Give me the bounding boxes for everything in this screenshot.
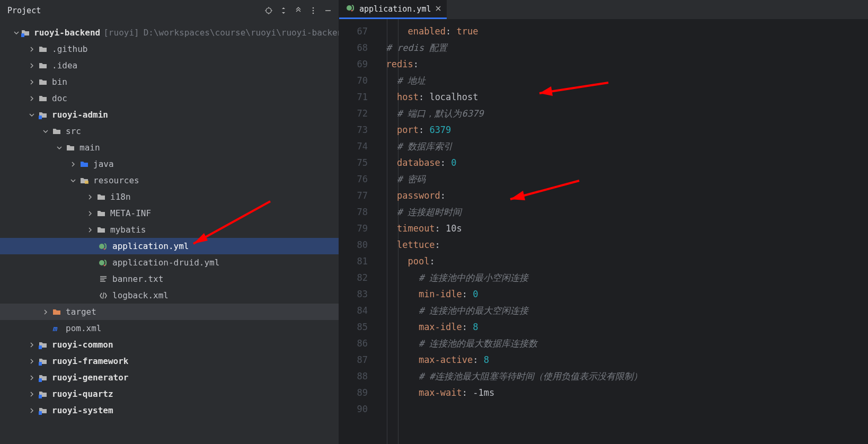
minimize-icon[interactable] [322, 4, 334, 17]
tree-item-i18n[interactable]: i18n [0, 189, 339, 205]
svg-rect-15 [39, 411, 42, 415]
chevron-right-icon[interactable] [28, 341, 36, 349]
chevron-right-icon[interactable] [28, 94, 36, 103]
folder-icon [38, 61, 48, 70]
code-line[interactable] [375, 401, 868, 418]
locate-icon[interactable] [262, 4, 275, 17]
line-number: 75 [339, 155, 368, 171]
module-icon [38, 389, 48, 399]
yaml-file-icon [347, 4, 355, 14]
code-line[interactable]: # 连接池的最大数据库连接数 [375, 335, 868, 352]
tree-item-application-druid-yml[interactable]: application-druid.yml [0, 254, 339, 271]
chevron-right-icon[interactable] [28, 61, 36, 70]
tree-item-label: ruoyi-system [52, 405, 113, 415]
tree-item-java[interactable]: java [0, 156, 339, 172]
tree-item-idea[interactable]: .idea [0, 57, 339, 74]
chevron-right-icon[interactable] [28, 78, 36, 86]
tree-item-label: src [66, 126, 81, 136]
tree-item-resources[interactable]: resources [0, 172, 339, 189]
code-line[interactable]: pool: [375, 253, 868, 270]
code-line[interactable]: min-idle: 0 [375, 286, 868, 303]
tree-item-label: pom.xml [66, 323, 101, 333]
folder-icon [52, 127, 61, 136]
tree-item-target[interactable]: target [0, 304, 339, 320]
expand-collapse-icon[interactable] [277, 4, 290, 17]
chevron-right-icon[interactable] [28, 390, 36, 398]
tree-item-main[interactable]: main [0, 139, 339, 156]
project-title[interactable]: Project [7, 6, 41, 15]
code-line[interactable]: # 连接超时时间 [375, 204, 868, 220]
chevron-right-icon[interactable] [28, 406, 36, 415]
tree-item-github[interactable]: .github [0, 41, 339, 57]
tree-item-metainf[interactable]: META-INF [0, 205, 339, 221]
tree-item-logback-xml[interactable]: logback.xml [0, 287, 339, 304]
tree-item-label: ruoyi-common [52, 340, 113, 350]
tree-item-ruoyi-system[interactable]: ruoyi-system [0, 402, 339, 419]
tree-item-label: banner.txt [112, 274, 163, 284]
chevron-right-icon[interactable] [69, 160, 77, 168]
code-line[interactable]: # 连接池中的最大空闲连接 [375, 303, 868, 319]
module-icon [38, 406, 48, 415]
chevron-right-icon[interactable] [41, 308, 50, 316]
more-icon[interactable] [307, 4, 320, 17]
code-content[interactable]: enabled: true # redis 配置 redis: # 地址 hos… [375, 19, 868, 444]
tree-item-bin[interactable]: bin [0, 74, 339, 90]
code-line[interactable]: host: localhost [375, 89, 868, 105]
tree-item-ruoyi-framework[interactable]: ruoyi-framework [0, 353, 339, 369]
chevron-down-icon[interactable] [28, 111, 36, 119]
code-line[interactable]: # 密码 [375, 171, 868, 188]
code-line[interactable]: # 数据库索引 [375, 138, 868, 155]
chevron-right-icon[interactable] [28, 374, 36, 382]
tab-application-yml[interactable]: application.yml [339, 0, 447, 19]
svg-point-1 [313, 7, 314, 9]
chevron-down-icon[interactable] [69, 176, 77, 185]
tree-item-label: i18n [110, 192, 131, 202]
code-line[interactable]: max-wait: -1ms [375, 385, 868, 401]
chevron-right-icon[interactable] [86, 193, 94, 201]
chevron-down-icon[interactable] [55, 144, 64, 152]
resources-folder-icon [79, 176, 89, 185]
tree-item-label: ruoyi-quartz [52, 389, 113, 399]
line-number: 81 [339, 253, 368, 270]
code-line[interactable]: # #连接池最大阻塞等待时间（使用负值表示没有限制） [375, 368, 868, 385]
chevron-down-icon[interactable] [41, 127, 50, 136]
chevron-right-icon[interactable] [86, 209, 94, 218]
line-number: 88 [339, 368, 368, 385]
code-line[interactable]: # 地址 [375, 73, 868, 89]
tree-item-ruoyi-admin[interactable]: ruoyi-admin [0, 106, 339, 123]
tree-item-ruoyi-generator[interactable]: ruoyi-generator [0, 369, 339, 386]
tree-item-mybatis[interactable]: mybatis [0, 221, 339, 238]
tree-item-doc[interactable]: doc [0, 90, 339, 106]
code-area[interactable]: 6768697071727374757677787980818283848586… [339, 19, 868, 444]
code-line[interactable]: lettuce: [375, 237, 868, 253]
code-line[interactable]: max-active: 8 [375, 352, 868, 368]
chevron-down-icon[interactable] [14, 29, 19, 37]
svg-rect-12 [39, 362, 42, 366]
code-line[interactable]: redis: [375, 56, 868, 73]
code-line[interactable]: password: [375, 188, 868, 204]
tree-item-application-yml[interactable]: application.yml [0, 238, 339, 254]
collapse-all-icon[interactable] [292, 4, 305, 17]
tree-item-banner-txt[interactable]: banner.txt [0, 271, 339, 287]
tree-root[interactable]: ruoyi-backend [ruoyi] D:\workspaces\cour… [0, 24, 339, 41]
file-tree[interactable]: ruoyi-backend [ruoyi] D:\workspaces\cour… [0, 21, 339, 444]
tree-item-src[interactable]: src [0, 123, 339, 139]
tree-item-pom-xml[interactable]: m pom.xml [0, 320, 339, 336]
code-line[interactable]: database: 0 [375, 155, 868, 171]
line-number: 82 [339, 270, 368, 286]
code-line[interactable]: max-idle: 8 [375, 319, 868, 335]
code-line[interactable]: # 端口，默认为6379 [375, 105, 868, 122]
tree-item-ruoyi-quartz[interactable]: ruoyi-quartz [0, 386, 339, 402]
chevron-right-icon[interactable] [86, 226, 94, 234]
chevron-right-icon[interactable] [28, 357, 36, 366]
line-number: 68 [339, 40, 368, 56]
tree-item-ruoyi-common[interactable]: ruoyi-common [0, 336, 339, 353]
close-icon[interactable] [435, 4, 441, 14]
code-line[interactable]: enabled: true [375, 23, 868, 40]
chevron-right-icon[interactable] [28, 45, 36, 54]
svg-rect-5 [39, 116, 42, 119]
code-line[interactable]: # redis 配置 [375, 40, 868, 56]
code-line[interactable]: # 连接池中的最小空闲连接 [375, 270, 868, 286]
code-line[interactable]: timeout: 10s [375, 220, 868, 237]
code-line[interactable]: port: 6379 [375, 122, 868, 138]
